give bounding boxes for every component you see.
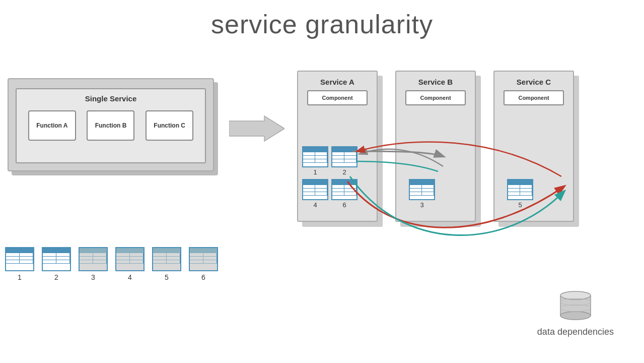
db-row-top: 1 2 [302,146,375,176]
bottom-db-1: 1 [5,247,34,281]
bottom-db-6: 6 [189,247,218,281]
service-c-unit: Service C Component 5 [493,71,582,227]
bottom-table-5-icon [152,247,181,271]
table-3-icon [409,179,435,200]
bottom-table-2-icon [42,247,71,271]
bottom-db-3: 3 [79,247,108,281]
table-3-label: 3 [409,201,435,209]
bottom-dbs: 1 2 3 4 [5,247,218,281]
bottom-db-5: 5 [152,247,181,281]
service-c-block: Service C Component 5 [493,71,574,222]
table-1-icon [302,146,328,167]
service-a-component: Component [307,90,368,105]
db-row-c: 5 [507,179,557,209]
function-a-box: Function A [28,110,76,141]
service-c-label: Service C [494,72,573,86]
table-1-label: 1 [302,168,328,176]
table-5-icon [507,179,533,200]
table-2-icon [331,146,357,167]
db-row-bottom: 4 6 [302,179,375,209]
single-service-label: Single Service [17,89,205,103]
db-row-b: 3 [409,179,459,209]
arrow-container [229,113,284,144]
table-2-label: 2 [331,168,357,176]
services-area: Service A Component 1 [297,71,624,247]
table-6-label: 6 [331,201,357,209]
service-c-tables: 5 [507,179,557,212]
bottom-table-6-icon [189,247,218,271]
bottom-table-2-label: 2 [54,273,58,281]
service-a-label: Service A [298,72,377,86]
bottom-table-4-icon [115,247,145,271]
single-service-inner: Single Service Function A Function B Fun… [16,88,206,163]
bottom-db-4: 4 [115,247,145,281]
table-6-icon [331,179,357,200]
service-a-tables: 1 2 [302,146,375,212]
svg-point-3 [560,312,591,320]
function-c-box: Function C [146,110,193,141]
bottom-table-3-label: 3 [91,273,95,281]
service-b-unit: Service B Component 3 [395,71,483,227]
bottom-table-4-label: 4 [128,273,132,281]
table-4-icon [302,179,328,200]
single-service-box: Single Service Function A Function B Fun… [8,78,214,171]
table-5-label: 5 [507,201,533,209]
function-boxes: Function A Function B Function C [17,105,205,146]
cylinder-svg [555,288,596,323]
bottom-table-5-label: 5 [165,273,169,281]
svg-marker-0 [229,116,284,141]
service-a-unit: Service A Component 1 [297,71,385,227]
db-cylinder: data dependencies [537,288,614,338]
service-b-tables: 3 [409,179,459,212]
service-b-label: Service B [396,72,475,86]
data-dependencies-label: data dependencies [537,326,614,338]
single-service-container: Single Service Function A Function B Fun… [8,78,224,179]
bottom-table-3-icon [79,247,108,271]
service-b-component: Component [405,90,466,105]
page-title: service granularity [0,0,644,39]
service-b-block: Service B Component 3 [395,71,476,222]
bottom-table-1-icon [5,247,34,271]
bottom-table-1-label: 1 [18,273,22,281]
service-a-block: Service A Component 1 [297,71,378,222]
service-c-component: Component [504,90,564,105]
bottom-db-2: 2 [42,247,71,281]
bottom-table-6-label: 6 [201,273,205,281]
function-b-box: Function B [87,110,134,141]
table-4-label: 4 [302,201,328,209]
